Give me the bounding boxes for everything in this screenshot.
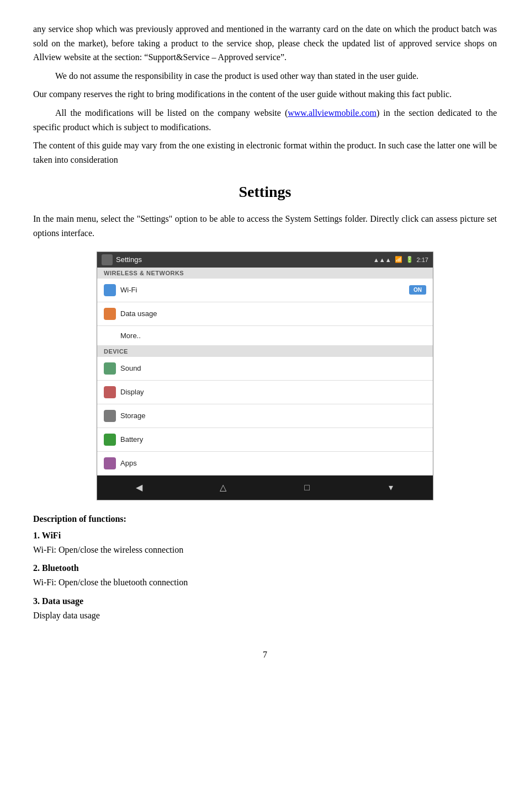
battery-label: Battery <box>120 435 426 444</box>
wifi-label: Wi-Fi <box>120 286 405 294</box>
sound-row-icon <box>104 362 116 375</box>
battery-row: Battery <box>97 428 433 452</box>
screenshot-content: WIRELESS & NETWORKS Wi-Fi ON Data usage … <box>97 268 433 476</box>
wifi-row: Wi-Fi ON <box>97 279 433 302</box>
titlebar-left: Settings <box>102 254 142 265</box>
titlebar-title: Settings <box>116 255 142 264</box>
settings-app-icon <box>102 254 113 265</box>
battery-icon: 🔋 <box>406 256 414 263</box>
allview-link[interactable]: www.allviewmobile.com <box>288 108 377 117</box>
screenshot-container: Settings ▲▲▲ 📶 🔋 2:17 WIRELESS & NETWORK… <box>33 252 497 500</box>
nav-home-btn: △ <box>212 482 234 493</box>
description-section: Description of functions: 1. WiFi Wi-Fi:… <box>33 514 497 623</box>
settings-heading: Settings <box>33 183 497 201</box>
more-row: More.. <box>97 326 433 346</box>
paragraph1: any service shop which was previously ap… <box>33 22 497 65</box>
item3-desc: Display data usage <box>33 608 497 623</box>
storage-label: Storage <box>120 412 426 420</box>
wifi-toggle: ON <box>409 285 426 295</box>
intro1: In the main menu, select the "Settings" … <box>33 212 497 240</box>
item2-heading: 2. Bluetooth <box>33 563 497 573</box>
item1-heading: 1. WiFi <box>33 531 497 541</box>
data-usage-row-icon <box>104 308 116 320</box>
paragraph2: We do not assume the responsibility in c… <box>33 69 497 83</box>
paragraph5: The content of this guide may vary from … <box>33 138 497 167</box>
paragraph3: Our company reserves the right to bring … <box>33 87 497 101</box>
item2-desc: Wi-Fi: Open/close the bluetooth connecti… <box>33 575 497 590</box>
sound-row: Sound <box>97 357 433 381</box>
page-number: 7 <box>33 650 497 660</box>
wifi-row-icon <box>104 284 116 296</box>
item1-desc: Wi-Fi: Open/close the wireless connectio… <box>33 543 497 557</box>
storage-row-icon <box>104 410 116 422</box>
paragraph4: All the modifications will be listed on … <box>33 106 497 134</box>
screenshot-box: Settings ▲▲▲ 📶 🔋 2:17 WIRELESS & NETWORK… <box>97 252 433 500</box>
display-label: Display <box>120 388 426 396</box>
section-wireless-header: WIRELESS & NETWORKS <box>97 268 433 279</box>
data-usage-label: Data usage <box>120 309 426 318</box>
apps-row-icon <box>104 457 116 469</box>
nav-square-btn: □ <box>296 483 318 493</box>
display-row-icon <box>104 386 116 398</box>
battery-row-icon <box>104 434 116 446</box>
item3-heading: 3. Data usage <box>33 596 497 606</box>
screenshot-navbar: ◀ △ □ ▾ <box>97 476 433 500</box>
apps-label: Apps <box>120 459 426 467</box>
paragraph4-start: All the modifications will be listed on … <box>55 108 288 117</box>
apps-row: Apps <box>97 452 433 476</box>
section-device-header: DEVICE <box>97 346 433 357</box>
nav-back-btn: ◀ <box>128 482 150 493</box>
nav-menu-btn: ▾ <box>380 482 402 493</box>
sound-label: Sound <box>120 364 426 372</box>
time-display: 2:17 <box>417 257 428 263</box>
titlebar-right: ▲▲▲ 📶 🔋 2:17 <box>373 256 428 263</box>
wifi-icon: 📶 <box>395 256 402 263</box>
storage-row: Storage <box>97 404 433 428</box>
signal-icon: ▲▲▲ <box>373 257 391 263</box>
screenshot-titlebar: Settings ▲▲▲ 📶 🔋 2:17 <box>97 252 433 268</box>
display-row: Display <box>97 381 433 404</box>
data-usage-row: Data usage <box>97 302 433 326</box>
description-heading: Description of functions: <box>33 514 497 524</box>
